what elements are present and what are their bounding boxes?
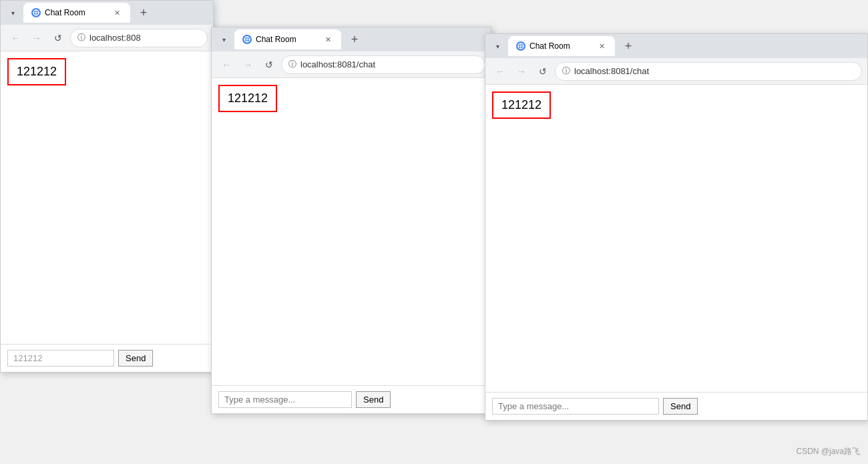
back-btn-3[interactable]: ←	[491, 62, 509, 81]
browser-window-3: ▾ Chat Room ✕ + ← → ↺ ⓘ localhost:8081/c…	[485, 33, 868, 421]
chat-messages-2: 121212	[212, 78, 491, 385]
send-button-2[interactable]: Send	[356, 391, 391, 408]
tab-favicon-3	[516, 41, 525, 51]
new-tab-btn-3[interactable]: +	[619, 37, 638, 55]
message-item-1: 121212	[7, 58, 66, 85]
forward-btn-3[interactable]: →	[512, 62, 531, 81]
lock-icon-2: ⓘ	[288, 59, 296, 70]
tab-close-3[interactable]: ✕	[596, 41, 607, 51]
reload-btn-2[interactable]: ↺	[260, 55, 278, 74]
send-button-3[interactable]: Send	[663, 398, 698, 415]
new-tab-btn-2[interactable]: +	[345, 30, 364, 49]
forward-btn-2[interactable]: →	[238, 55, 257, 74]
navbar-3: ← → ↺ ⓘ localhost:8081/chat	[485, 58, 867, 85]
titlebar-3: ▾ Chat Room ✕ +	[485, 34, 867, 58]
chat-messages-1: 121212	[1, 51, 213, 344]
tab-dropdown-1[interactable]: ▾	[6, 3, 19, 22]
titlebar-1: ▾ Chat Room ✕ +	[1, 1, 213, 25]
forward-btn-1[interactable]: →	[27, 29, 46, 47]
titlebar-2: ▾ Chat Room ✕ +	[212, 27, 491, 51]
browser-tab-2[interactable]: Chat Room ✕	[234, 29, 341, 49]
reload-btn-3[interactable]: ↺	[533, 62, 552, 81]
message-item-3: 121212	[492, 91, 551, 119]
send-button-1[interactable]: Send	[118, 350, 153, 367]
browser-tab-1[interactable]: Chat Room ✕	[23, 3, 130, 23]
lock-icon-1: ⓘ	[77, 32, 85, 43]
browser-window-1: ▾ Chat Room ✕ + ← → ↺ ⓘ localhost:808 12…	[0, 0, 214, 373]
chat-content-3: 121212 Send	[485, 85, 867, 420]
tab-dropdown-3[interactable]: ▾	[491, 37, 504, 55]
tab-title-3: Chat Room	[529, 41, 592, 51]
tab-title-2: Chat Room	[256, 35, 318, 44]
chat-content-2: 121212 Send	[212, 78, 491, 413]
message-input-2[interactable]	[218, 391, 352, 408]
message-input-1[interactable]	[7, 350, 114, 367]
reload-btn-1[interactable]: ↺	[49, 29, 67, 47]
address-text-2: localhost:8081/chat	[300, 59, 375, 69]
back-btn-2[interactable]: ←	[217, 55, 236, 74]
browser-window-2: ▾ Chat Room ✕ + ← → ↺ ⓘ localhost:8081/c…	[211, 27, 491, 414]
chat-messages-3: 121212	[485, 85, 867, 392]
message-input-3[interactable]	[492, 398, 659, 415]
address-bar-2[interactable]: ⓘ localhost:8081/chat	[281, 55, 485, 74]
chat-input-area-2: Send	[212, 385, 491, 413]
navbar-1: ← → ↺ ⓘ localhost:808	[1, 25, 213, 51]
address-bar-3[interactable]: ⓘ localhost:8081/chat	[555, 62, 862, 81]
chat-input-area-1: Send	[1, 344, 213, 372]
tab-close-1[interactable]: ✕	[112, 7, 122, 18]
back-btn-1[interactable]: ←	[6, 29, 25, 47]
tab-favicon-1	[31, 8, 41, 17]
chat-content-1: 121212 Send	[1, 51, 213, 372]
browser-tab-3[interactable]: Chat Room ✕	[508, 36, 615, 56]
navbar-2: ← → ↺ ⓘ localhost:8081/chat	[212, 51, 491, 78]
address-bar-1[interactable]: ⓘ localhost:808	[70, 29, 208, 47]
watermark: CSDN @java路飞	[796, 446, 860, 457]
chat-input-area-3: Send	[485, 392, 867, 420]
tab-title-1: Chat Room	[45, 8, 107, 17]
message-item-2: 121212	[218, 85, 277, 112]
tab-close-2[interactable]: ✕	[322, 34, 333, 45]
tab-favicon-2	[242, 35, 252, 44]
tab-dropdown-2[interactable]: ▾	[217, 30, 230, 49]
address-text-1: localhost:808	[89, 33, 141, 43]
new-tab-btn-1[interactable]: +	[134, 3, 153, 22]
lock-icon-3: ⓘ	[562, 65, 570, 77]
address-text-3: localhost:8081/chat	[574, 66, 649, 76]
